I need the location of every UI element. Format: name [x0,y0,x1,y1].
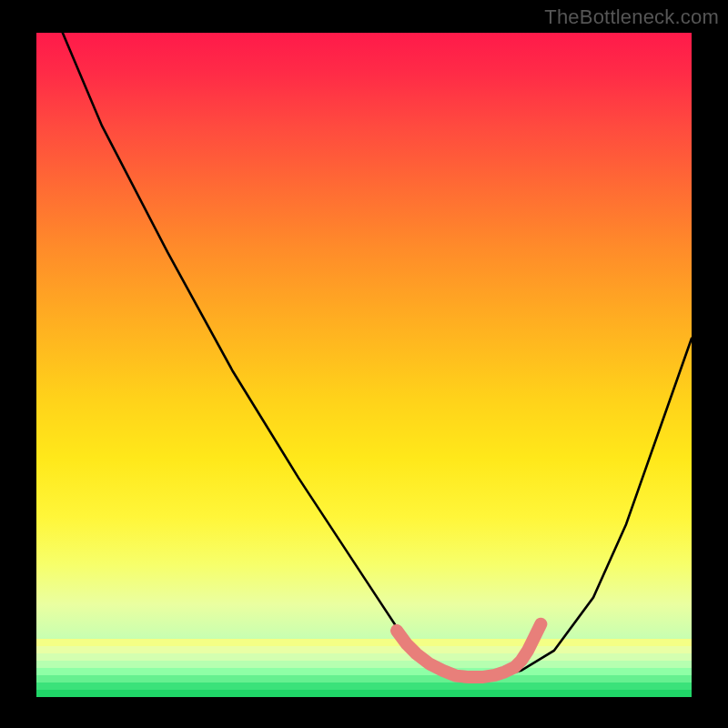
valley-highlight-line [397,624,541,677]
plot-area [36,33,692,697]
curve-line [63,33,692,677]
chart-svg [36,33,692,697]
chart-container: TheBottleneck.com [0,0,728,728]
watermark-text: TheBottleneck.com [544,5,719,29]
